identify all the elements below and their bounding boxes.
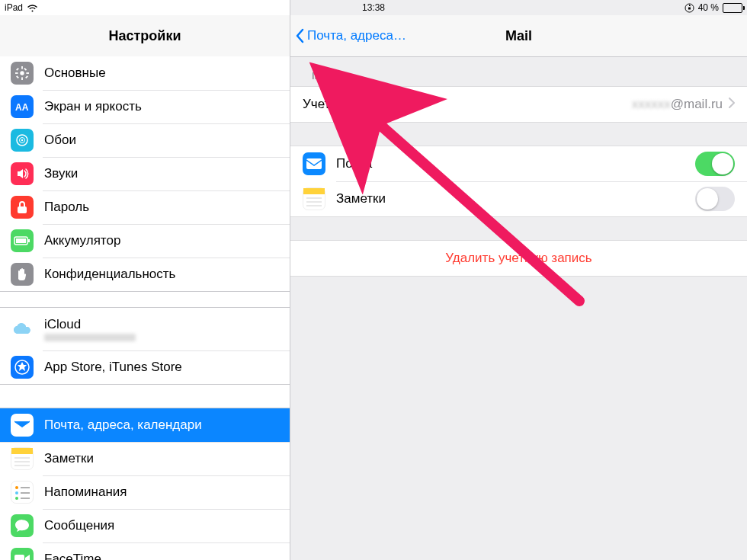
section-header-imap: IMAP xyxy=(312,70,738,82)
sidebar-item-label: Основные xyxy=(44,66,279,81)
reminders-icon xyxy=(11,481,34,504)
mail-icon xyxy=(303,152,325,175)
sidebar-item-label: Сообщения xyxy=(44,518,279,533)
svg-point-2 xyxy=(20,71,24,75)
mail-icon xyxy=(11,414,34,437)
sidebar-item-label: Заметки xyxy=(44,451,279,466)
svg-rect-18 xyxy=(16,238,26,243)
svg-rect-7 xyxy=(16,68,19,71)
sidebar-item-label: Экран и яркость xyxy=(44,99,279,114)
wallpaper-icon xyxy=(11,129,34,152)
appstore-icon xyxy=(11,356,34,379)
back-label: Почта, адреса… xyxy=(307,28,406,43)
svg-rect-5 xyxy=(15,72,18,74)
sidebar-item-label: Обои xyxy=(44,133,279,148)
sidebar-pane: Настройки Основные AA Экран и яркость xyxy=(0,0,290,560)
account-cell[interactable]: Учетная запись xxxxxx @mail.ru xyxy=(290,87,747,122)
delete-label: Удалить учетную запись xyxy=(445,251,592,266)
account-label: Учетная запись xyxy=(303,97,632,112)
sidebar-group: Почта, адреса, календари Заметки Напомин… xyxy=(0,408,290,560)
svg-rect-1 xyxy=(688,7,691,9)
sidebar-item-label: App Store, iTunes Store xyxy=(44,360,279,375)
sidebar-group: Основные AA Экран и яркость Обои Звуки xyxy=(0,56,290,292)
svg-point-27 xyxy=(15,491,18,494)
services-group: Почта Заметки xyxy=(290,146,747,217)
account-value: @mail.ru xyxy=(671,97,723,112)
svg-point-25 xyxy=(15,486,18,489)
notes-icon xyxy=(11,447,34,470)
sidebar-item-label: Напоминания xyxy=(44,485,279,500)
status-time: 13:38 xyxy=(362,2,385,13)
gear-icon xyxy=(11,62,34,85)
chevron-right-icon xyxy=(729,97,735,112)
display-icon: AA xyxy=(11,95,34,118)
svg-rect-31 xyxy=(14,555,24,560)
delete-group: Удалить учетную запись xyxy=(290,240,747,277)
sidebar-navbar: Настройки xyxy=(0,15,290,57)
svg-rect-21 xyxy=(11,448,33,454)
sidebar-list[interactable]: Основные AA Экран и яркость Обои Звуки xyxy=(0,56,290,560)
sidebar-item-label: iCloud xyxy=(44,317,279,341)
sidebar-item-sounds[interactable]: Звуки xyxy=(0,157,290,190)
device-label: iPad xyxy=(5,2,23,13)
battery-app-icon xyxy=(11,229,34,252)
service-mail-cell: Почта xyxy=(290,146,747,181)
back-button[interactable]: Почта, адреса… xyxy=(295,28,406,43)
svg-rect-17 xyxy=(28,239,30,242)
svg-rect-4 xyxy=(21,77,23,80)
sidebar-title: Настройки xyxy=(109,28,181,44)
sidebar-item-appstore[interactable]: App Store, iTunes Store xyxy=(0,350,290,384)
hand-icon xyxy=(11,263,34,286)
sidebar-item-privacy[interactable]: Конфиденциальность xyxy=(0,258,290,291)
battery-icon xyxy=(723,3,742,13)
notes-toggle[interactable] xyxy=(695,187,735,211)
svg-rect-3 xyxy=(21,66,23,69)
sidebar-item-reminders[interactable]: Напоминания xyxy=(0,475,290,509)
sidebar-item-mail[interactable]: Почта, адреса, календари xyxy=(0,408,290,442)
account-value-hidden: xxxxxx xyxy=(632,97,671,112)
sound-icon xyxy=(11,162,34,185)
svg-rect-32 xyxy=(306,158,322,169)
sidebar-item-label: Пароль xyxy=(44,200,279,215)
detail-navbar: Почта, адреса… Mail xyxy=(290,15,747,57)
detail-content[interactable]: IMAP Учетная запись xxxxxx @mail.ru Почт… xyxy=(290,56,747,560)
sidebar-item-general[interactable]: Основные xyxy=(0,56,290,90)
service-label: Заметки xyxy=(336,191,695,206)
mail-toggle[interactable] xyxy=(695,152,735,176)
lock-icon xyxy=(11,196,34,219)
sidebar-item-wallpaper[interactable]: Обои xyxy=(0,123,290,157)
svg-rect-15 xyxy=(18,206,27,213)
wifi-icon xyxy=(27,4,38,12)
sidebar-item-display[interactable]: AA Экран и яркость xyxy=(0,90,290,123)
sidebar-item-label: Конфиденциальность xyxy=(44,267,279,282)
service-label: Почта xyxy=(336,156,695,171)
svg-point-29 xyxy=(15,497,18,500)
orientation-lock-icon xyxy=(684,3,694,13)
battery-pct: 40 % xyxy=(698,2,719,13)
account-group: Учетная запись xxxxxx @mail.ru xyxy=(290,86,747,123)
sidebar-item-label: Звуки xyxy=(44,166,279,181)
sidebar-item-label: Аккумулятор xyxy=(44,233,279,248)
facetime-icon xyxy=(11,548,34,560)
sidebar-item-label: Почта, адреса, календари xyxy=(44,418,279,433)
sidebar-item-notes[interactable]: Заметки xyxy=(0,442,290,475)
icloud-account-sublabel xyxy=(44,334,136,341)
icloud-icon xyxy=(11,318,34,341)
sidebar-item-facetime[interactable]: FaceTime xyxy=(0,542,290,560)
sidebar-item-battery[interactable]: Аккумулятор xyxy=(0,224,290,258)
svg-rect-8 xyxy=(25,75,28,78)
svg-rect-10 xyxy=(16,75,19,78)
delete-account-button[interactable]: Удалить учетную запись xyxy=(290,241,747,276)
notes-icon xyxy=(303,187,325,210)
svg-rect-33 xyxy=(303,188,325,194)
status-bar: iPad 13:38 40 % xyxy=(0,0,747,15)
sidebar-item-passcode[interactable]: Пароль xyxy=(0,190,290,224)
svg-text:AA: AA xyxy=(15,102,29,112)
sidebar-item-messages[interactable]: Сообщения xyxy=(0,509,290,542)
sidebar-item-icloud[interactable]: iCloud xyxy=(0,308,290,350)
svg-point-14 xyxy=(21,139,23,141)
svg-rect-9 xyxy=(24,68,27,71)
sidebar-group: iCloud App Store, iTunes Store xyxy=(0,307,290,385)
service-notes-cell: Заметки xyxy=(290,181,747,216)
detail-pane: Почта, адреса… Mail IMAP Учетная запись … xyxy=(290,0,747,560)
